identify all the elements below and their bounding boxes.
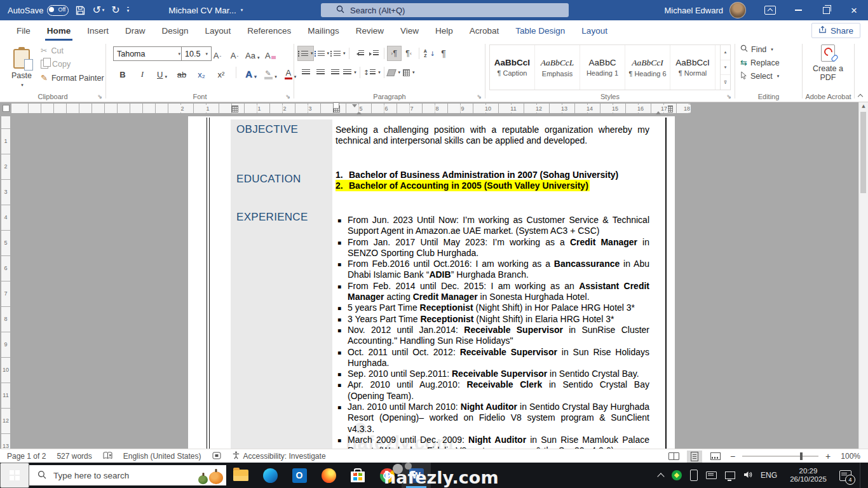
clear-formatting-button[interactable]: A [262, 46, 278, 60]
style--caption[interactable]: AaBbCcl¶ Caption [490, 45, 535, 90]
hidden-icons-chevron[interactable] [657, 473, 664, 480]
show-desktop-button[interactable] [860, 463, 863, 488]
find-button[interactable]: Find▾ [740, 44, 780, 54]
read-mode-button[interactable] [666, 451, 681, 463]
accessibility-checker[interactable]: Accessibility: Investigate [232, 451, 326, 461]
multilevel-list-button[interactable]: ▾ [330, 46, 346, 61]
decrease-indent-button[interactable] [352, 46, 367, 61]
show-paragraph-marks-button[interactable]: ¶ [437, 46, 451, 61]
highlight-button[interactable]: ▾ [263, 65, 278, 79]
copy-button[interactable]: Copy [41, 60, 104, 69]
tab-insert[interactable]: Insert [79, 20, 117, 41]
shading-button[interactable]: ▾ [387, 65, 402, 80]
undo-button[interactable]: ↺▾ [92, 5, 104, 15]
numbering-button[interactable]: ▾ [314, 46, 330, 61]
font-name-combo[interactable]: Tahoma▾ [113, 46, 184, 61]
redo-button[interactable]: ↻ [111, 5, 119, 15]
taskbar-icon-outlook[interactable]: O [285, 463, 314, 488]
replace-button[interactable]: ⇆ Replace [740, 58, 780, 67]
taskbar-icon-word[interactable]: W [402, 463, 431, 488]
format-painter-button[interactable]: ✎ Format Painter [41, 73, 104, 83]
tab-view[interactable]: View [392, 20, 427, 41]
focus-mode-icon[interactable] [212, 452, 221, 461]
share-button[interactable]: Share [811, 23, 860, 38]
phone-link-tray-icon[interactable] [690, 470, 698, 481]
scroll-up-icon[interactable]: ▲ [859, 102, 868, 111]
style-heading-1[interactable]: AaBbCHeading 1 [580, 45, 625, 90]
tab-draw[interactable]: Draw [117, 20, 154, 41]
page-indicator[interactable]: Page 1 of 2 [7, 452, 46, 461]
font-size-combo[interactable]: 10.5▾ [181, 46, 212, 61]
font-dialog-launcher[interactable]: ⇘ [285, 93, 290, 100]
volume-tray-icon[interactable] [743, 470, 752, 481]
tab-references[interactable]: References [239, 20, 299, 41]
seasonal-pumpkin-icons[interactable] [198, 471, 223, 484]
style-emphasis[interactable]: AaBbCcLEmphasis [535, 45, 580, 90]
user-name[interactable]: Michael Edward [665, 6, 724, 15]
word-count[interactable]: 527 words [57, 452, 92, 461]
create-pdf-button[interactable]: Create a PDF [808, 44, 848, 82]
strikethrough-button[interactable]: ab [174, 65, 189, 79]
change-case-button[interactable]: Aa▾ [244, 46, 261, 60]
taskbar-search-box[interactable]: Type here to search [29, 465, 226, 485]
taskbar-icon-chrome[interactable] [372, 463, 402, 488]
network-tray-icon[interactable] [725, 471, 735, 479]
styles-dialog-launcher[interactable]: ⇘ [726, 93, 731, 100]
zoom-in-button[interactable]: + [824, 451, 832, 461]
autosave-switch-icon[interactable]: Off [47, 5, 69, 16]
shrink-font-button[interactable]: Aˇ [227, 46, 242, 60]
styles-scroll-up-icon[interactable]: ▴ [721, 45, 730, 60]
grow-font-button[interactable]: Aˆ [210, 46, 225, 60]
indent-drag-handle[interactable] [333, 102, 339, 109]
taskbar-icon-file-explorer[interactable] [226, 463, 255, 488]
tab-help[interactable]: Help [427, 20, 461, 41]
tab-home[interactable]: Home [39, 20, 79, 41]
vertical-ruler[interactable]: 12345678910111213 [1, 116, 10, 447]
styles-gallery-more-icon[interactable]: ⊽ [721, 75, 730, 90]
autosave-toggle[interactable]: AutoSave Off [8, 5, 69, 16]
start-button[interactable] [0, 463, 29, 488]
proofing-errors-icon[interactable] [103, 452, 112, 461]
tab-design[interactable]: Design [154, 20, 197, 41]
rtl-paragraph-button[interactable]: ¶‹ [402, 46, 416, 61]
search-box[interactable]: Search (Alt+Q) [321, 3, 569, 17]
sort-button[interactable]: AZ [422, 46, 437, 61]
language-tray-indicator[interactable]: ENG [761, 471, 777, 480]
bold-button[interactable]: B [115, 65, 130, 79]
increase-indent-button[interactable] [367, 46, 381, 61]
tab-layout[interactable]: Layout [197, 20, 240, 41]
collapse-ribbon-button[interactable] [858, 93, 863, 98]
notification-center-icon[interactable]: 4 [839, 470, 851, 481]
cut-button[interactable]: ✂ Cut [41, 46, 104, 55]
minimize-button[interactable] [784, 0, 812, 20]
zoom-level[interactable]: 100% [837, 452, 860, 461]
close-button[interactable]: × [840, 0, 868, 20]
ribbon-display-options-button[interactable] [756, 0, 784, 20]
paste-button[interactable]: Paste ▾ [6, 44, 37, 92]
tab-review[interactable]: Review [348, 20, 392, 41]
tab-mailings[interactable]: Mailings [299, 20, 348, 41]
text-effects-button[interactable]: A▾ [243, 65, 259, 79]
language-indicator[interactable]: English (United States) [123, 452, 201, 461]
tab-selector-icon[interactable] [3, 105, 10, 112]
taskbar-clock[interactable]: 20:29 26/10/2025 [785, 467, 831, 484]
justify-button[interactable]: ▾ [342, 65, 357, 80]
zoom-out-button[interactable]: − [729, 451, 736, 461]
taskbar-icon-edge[interactable] [255, 463, 285, 488]
taskbar-icon-firefox[interactable] [314, 463, 343, 488]
user-avatar[interactable] [729, 2, 746, 18]
vertical-scrollbar[interactable]: ▲ [858, 102, 868, 449]
document-page[interactable]: hafezly.com OBJECTIVESeeking a challengi… [188, 116, 675, 449]
zoom-slider[interactable] [742, 456, 818, 458]
align-left-button[interactable] [299, 65, 313, 80]
style--normal[interactable]: AaBbCcI¶ Normal [670, 45, 715, 90]
select-button[interactable]: Select▾ [740, 71, 780, 81]
web-layout-button[interactable] [708, 451, 723, 463]
align-center-button[interactable] [313, 65, 328, 80]
document-title[interactable]: Michael CV Mar... ▾ [168, 6, 243, 15]
subscript-button[interactable]: x₂ [194, 65, 209, 79]
touch-keyboard-tray-icon[interactable] [706, 471, 717, 479]
clipboard-dialog-launcher[interactable]: ⇘ [97, 93, 102, 100]
italic-button[interactable]: I [135, 65, 150, 79]
underline-button[interactable]: U▾ [154, 65, 170, 79]
